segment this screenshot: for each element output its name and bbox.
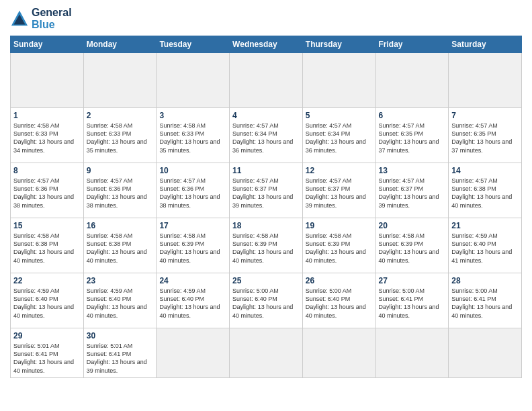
day-number: 10 bbox=[159, 166, 226, 175]
calendar-cell: 24 Sunrise: 4:59 AMSunset: 6:40 PMDaylig… bbox=[157, 273, 230, 328]
cell-text: Sunrise: 5:01 AMSunset: 6:41 PMDaylight:… bbox=[13, 342, 74, 373]
cell-text: Sunrise: 5:00 AMSunset: 6:40 PMDaylight:… bbox=[306, 287, 366, 318]
calendar-cell: 3 Sunrise: 4:58 AMSunset: 6:33 PMDayligh… bbox=[157, 108, 230, 163]
day-number: 17 bbox=[159, 221, 226, 230]
calendar-cell: 15 Sunrise: 4:58 AMSunset: 6:38 PMDaylig… bbox=[11, 218, 84, 273]
page: General Blue Sunday Monday Tuesday Wedne… bbox=[0, 0, 532, 411]
calendar-cell: 18 Sunrise: 4:58 AMSunset: 6:39 PMDaylig… bbox=[230, 218, 303, 273]
cell-text: Sunrise: 4:57 AMSunset: 6:37 PMDaylight:… bbox=[232, 177, 293, 208]
calendar-cell bbox=[302, 53, 375, 108]
cell-text: Sunrise: 5:01 AMSunset: 6:41 PMDaylight:… bbox=[87, 342, 147, 373]
calendar-cell: 23 Sunrise: 4:59 AMSunset: 6:40 PMDaylig… bbox=[83, 273, 157, 328]
cell-text: Sunrise: 4:57 AMSunset: 6:34 PMDaylight:… bbox=[232, 122, 293, 153]
day-number: 27 bbox=[379, 276, 446, 285]
header: General Blue bbox=[10, 7, 522, 30]
calendar-cell: 28 Sunrise: 5:00 AMSunset: 6:41 PMDaylig… bbox=[449, 273, 522, 328]
cell-text: Sunrise: 4:58 AMSunset: 6:39 PMDaylight:… bbox=[306, 232, 366, 263]
day-number: 25 bbox=[232, 276, 300, 285]
calendar-cell: 4 Sunrise: 4:57 AMSunset: 6:34 PMDayligh… bbox=[230, 108, 303, 163]
cell-text: Sunrise: 5:00 AMSunset: 6:40 PMDaylight:… bbox=[232, 287, 293, 318]
day-number: 7 bbox=[451, 111, 519, 120]
col-wednesday: Wednesday bbox=[230, 36, 303, 53]
cell-text: Sunrise: 4:58 AMSunset: 6:39 PMDaylight:… bbox=[379, 232, 439, 263]
day-number: 23 bbox=[87, 276, 154, 285]
day-number: 18 bbox=[232, 221, 300, 230]
day-number: 14 bbox=[451, 166, 519, 175]
day-number: 22 bbox=[13, 276, 81, 285]
calendar-cell: 20 Sunrise: 4:58 AMSunset: 6:39 PMDaylig… bbox=[375, 218, 449, 273]
cell-text: Sunrise: 4:57 AMSunset: 6:37 PMDaylight:… bbox=[379, 177, 439, 208]
calendar-cell bbox=[375, 53, 449, 108]
cell-text: Sunrise: 4:58 AMSunset: 6:39 PMDaylight:… bbox=[232, 232, 293, 263]
col-saturday: Saturday bbox=[449, 36, 522, 53]
cell-text: Sunrise: 5:00 AMSunset: 6:41 PMDaylight:… bbox=[451, 287, 512, 318]
calendar-cell: 19 Sunrise: 4:58 AMSunset: 6:39 PMDaylig… bbox=[302, 218, 375, 273]
cell-text: Sunrise: 4:58 AMSunset: 6:33 PMDaylight:… bbox=[13, 122, 74, 153]
calendar-cell: 13 Sunrise: 4:57 AMSunset: 6:37 PMDaylig… bbox=[375, 163, 449, 218]
cell-text: Sunrise: 4:57 AMSunset: 6:36 PMDaylight:… bbox=[159, 177, 220, 208]
logo-icon bbox=[10, 9, 29, 28]
calendar-cell: 1 Sunrise: 4:58 AMSunset: 6:33 PMDayligh… bbox=[11, 108, 84, 163]
logo-blue: Blue bbox=[32, 19, 72, 31]
day-number: 6 bbox=[379, 111, 446, 120]
logo-general: General bbox=[32, 7, 72, 19]
col-sunday: Sunday bbox=[11, 36, 84, 53]
col-thursday: Thursday bbox=[302, 36, 375, 53]
calendar-cell: 14 Sunrise: 4:57 AMSunset: 6:38 PMDaylig… bbox=[449, 163, 522, 218]
calendar-cell: 22 Sunrise: 4:59 AMSunset: 6:40 PMDaylig… bbox=[11, 273, 84, 328]
cell-text: Sunrise: 4:59 AMSunset: 6:40 PMDaylight:… bbox=[451, 232, 512, 263]
calendar-table: Sunday Monday Tuesday Wednesday Thursday… bbox=[10, 36, 522, 378]
calendar-header-row: Sunday Monday Tuesday Wednesday Thursday… bbox=[11, 36, 522, 53]
calendar-cell: 16 Sunrise: 4:58 AMSunset: 6:38 PMDaylig… bbox=[83, 218, 157, 273]
cell-text: Sunrise: 4:59 AMSunset: 6:40 PMDaylight:… bbox=[87, 287, 147, 318]
day-number: 19 bbox=[306, 221, 373, 230]
calendar-cell: 11 Sunrise: 4:57 AMSunset: 6:37 PMDaylig… bbox=[230, 163, 303, 218]
day-number: 21 bbox=[451, 221, 519, 230]
calendar-cell: 30 Sunrise: 5:01 AMSunset: 6:41 PMDaylig… bbox=[83, 328, 157, 378]
calendar-cell: 2 Sunrise: 4:58 AMSunset: 6:33 PMDayligh… bbox=[83, 108, 157, 163]
cell-text: Sunrise: 4:57 AMSunset: 6:34 PMDaylight:… bbox=[306, 122, 366, 153]
calendar-cell bbox=[230, 328, 303, 378]
calendar-cell: 17 Sunrise: 4:58 AMSunset: 6:39 PMDaylig… bbox=[157, 218, 230, 273]
calendar-cell: 21 Sunrise: 4:59 AMSunset: 6:40 PMDaylig… bbox=[449, 218, 522, 273]
calendar-cell bbox=[83, 53, 157, 108]
cell-text: Sunrise: 4:57 AMSunset: 6:36 PMDaylight:… bbox=[87, 177, 147, 208]
cell-text: Sunrise: 4:57 AMSunset: 6:38 PMDaylight:… bbox=[451, 177, 512, 208]
cell-text: Sunrise: 4:57 AMSunset: 6:35 PMDaylight:… bbox=[379, 122, 439, 153]
calendar-cell: 8 Sunrise: 4:57 AMSunset: 6:36 PMDayligh… bbox=[11, 163, 84, 218]
cell-text: Sunrise: 4:59 AMSunset: 6:40 PMDaylight:… bbox=[159, 287, 220, 318]
calendar-cell: 9 Sunrise: 4:57 AMSunset: 6:36 PMDayligh… bbox=[83, 163, 157, 218]
cell-text: Sunrise: 4:57 AMSunset: 6:35 PMDaylight:… bbox=[451, 122, 512, 153]
day-number: 15 bbox=[13, 221, 81, 230]
cell-text: Sunrise: 4:58 AMSunset: 6:33 PMDaylight:… bbox=[159, 122, 220, 153]
cell-text: Sunrise: 4:58 AMSunset: 6:39 PMDaylight:… bbox=[159, 232, 220, 263]
day-number: 28 bbox=[451, 276, 519, 285]
col-friday: Friday bbox=[375, 36, 449, 53]
calendar-cell bbox=[449, 328, 522, 378]
calendar-cell: 7 Sunrise: 4:57 AMSunset: 6:35 PMDayligh… bbox=[449, 108, 522, 163]
calendar-cell bbox=[449, 53, 522, 108]
calendar-cell: 6 Sunrise: 4:57 AMSunset: 6:35 PMDayligh… bbox=[375, 108, 449, 163]
day-number: 30 bbox=[87, 331, 154, 340]
cell-text: Sunrise: 4:58 AMSunset: 6:38 PMDaylight:… bbox=[87, 232, 147, 263]
calendar-cell bbox=[375, 328, 449, 378]
calendar-cell: 25 Sunrise: 5:00 AMSunset: 6:40 PMDaylig… bbox=[230, 273, 303, 328]
calendar-cell: 29 Sunrise: 5:01 AMSunset: 6:41 PMDaylig… bbox=[11, 328, 84, 378]
calendar-cell bbox=[157, 328, 230, 378]
day-number: 5 bbox=[306, 111, 373, 120]
cell-text: Sunrise: 4:58 AMSunset: 6:33 PMDaylight:… bbox=[87, 122, 147, 153]
cell-text: Sunrise: 4:57 AMSunset: 6:37 PMDaylight:… bbox=[306, 177, 366, 208]
calendar-cell: 27 Sunrise: 5:00 AMSunset: 6:41 PMDaylig… bbox=[375, 273, 449, 328]
day-number: 20 bbox=[379, 221, 446, 230]
day-number: 9 bbox=[87, 166, 154, 175]
day-number: 26 bbox=[306, 276, 373, 285]
col-monday: Monday bbox=[83, 36, 157, 53]
day-number: 3 bbox=[159, 111, 226, 120]
cell-text: Sunrise: 4:59 AMSunset: 6:40 PMDaylight:… bbox=[13, 287, 74, 318]
day-number: 13 bbox=[379, 166, 446, 175]
day-number: 8 bbox=[13, 166, 81, 175]
day-number: 16 bbox=[87, 221, 154, 230]
calendar-cell: 12 Sunrise: 4:57 AMSunset: 6:37 PMDaylig… bbox=[302, 163, 375, 218]
day-number: 11 bbox=[232, 166, 300, 175]
calendar-cell bbox=[230, 53, 303, 108]
